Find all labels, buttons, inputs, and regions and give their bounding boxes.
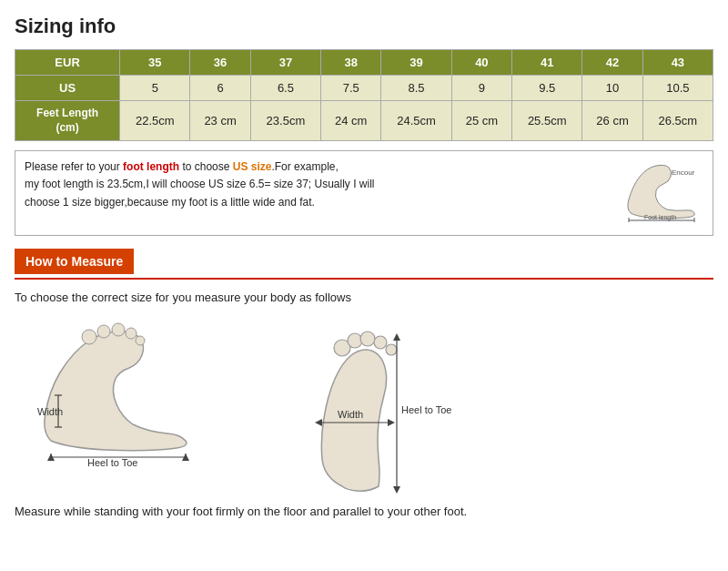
- eur-43: 43: [642, 50, 713, 76]
- svg-text:Heel to Toe: Heel to Toe: [87, 457, 137, 468]
- eur-36: 36: [190, 50, 250, 76]
- eur-42: 42: [582, 50, 642, 76]
- note-highlight-foot: foot length: [123, 160, 179, 173]
- us-6-5: 6.5: [250, 76, 320, 101]
- svg-point-22: [360, 331, 375, 346]
- svg-point-9: [136, 336, 145, 345]
- eur-40: 40: [451, 50, 511, 76]
- eur-38: 38: [321, 50, 381, 76]
- note-highlight-us: US size: [233, 160, 272, 173]
- svg-point-8: [126, 328, 136, 339]
- us-9-5: 9.5: [512, 76, 582, 101]
- us-7-5: 7.5: [321, 76, 381, 101]
- feet-22-5: 22.5cm: [120, 101, 190, 141]
- eur-row: EUR 35 36 37 38 39 40 41 42 43: [15, 50, 713, 76]
- svg-text:Heel to Toe: Heel to Toe: [401, 404, 451, 415]
- how-to-measure-bar: How to Measure: [15, 249, 134, 274]
- svg-text:Width: Width: [338, 409, 363, 420]
- feet-23: 23 cm: [190, 101, 250, 141]
- page-title: Sizing info: [15, 15, 713, 38]
- svg-point-6: [97, 325, 110, 338]
- note-foot-diagram: Encour Foot length: [622, 158, 703, 228]
- svg-point-23: [374, 336, 387, 349]
- measure-instruction: To choose the correct size for you measu…: [15, 291, 713, 304]
- sizing-table: EUR 35 36 37 38 39 40 41 42 43 US 5 6 6.…: [15, 49, 713, 141]
- svg-text:Foot length: Foot length: [644, 214, 676, 221]
- us-5: 5: [120, 76, 190, 101]
- diagrams-container: Width Heel to Toe: [15, 322, 713, 486]
- note-text: Please refer to your foot length to choo…: [25, 158, 622, 211]
- us-8-5: 8.5: [381, 76, 451, 101]
- svg-marker-32: [393, 486, 400, 494]
- svg-marker-31: [393, 333, 400, 341]
- us-6: 6: [190, 76, 250, 101]
- svg-marker-26: [315, 419, 322, 426]
- us-9: 9: [451, 76, 511, 101]
- us-row: US 5 6 6.5 7.5 8.5 9 9.5 10 10.5: [15, 76, 713, 101]
- us-label: US: [15, 76, 120, 101]
- svg-point-21: [348, 333, 362, 348]
- note-box: Please refer to your foot length to choo…: [15, 150, 713, 236]
- feet-label: Feet Length(cm): [15, 101, 120, 141]
- eur-37: 37: [250, 50, 320, 76]
- front-foot-diagram: Width Heel to Toe: [288, 322, 415, 486]
- bottom-measure-text: Measure while standing with your foot fi…: [15, 505, 713, 518]
- eur-39: 39: [381, 50, 451, 76]
- feet-25: 25 cm: [451, 101, 511, 141]
- front-foot-wrapper: Width Heel to Toe: [288, 322, 415, 486]
- feet-26-5: 26.5cm: [642, 101, 713, 141]
- feet-26: 26 cm: [582, 101, 642, 141]
- feet-24: 24 cm: [321, 101, 381, 141]
- us-10-5: 10.5: [642, 76, 713, 101]
- us-10: 10: [582, 76, 642, 101]
- svg-point-5: [82, 330, 96, 344]
- eur-35: 35: [120, 50, 190, 76]
- svg-point-24: [386, 344, 397, 355]
- side-foot-diagram: Width Heel to Toe: [33, 322, 197, 468]
- svg-point-7: [112, 323, 125, 336]
- feet-24-5: 24.5cm: [381, 101, 451, 141]
- feet-row: Feet Length(cm) 22.5cm 23 cm 23.5cm 24 c…: [15, 101, 713, 141]
- eur-label: EUR: [15, 50, 120, 76]
- feet-23-5: 23.5cm: [250, 101, 320, 141]
- svg-marker-27: [388, 419, 395, 426]
- feet-25-5: 25.5cm: [512, 101, 582, 141]
- svg-text:Encour: Encour: [672, 168, 695, 177]
- red-divider: [15, 278, 713, 280]
- side-foot-wrapper: Width Heel to Toe: [33, 322, 197, 468]
- eur-41: 41: [512, 50, 582, 76]
- svg-text:Width: Width: [37, 406, 63, 417]
